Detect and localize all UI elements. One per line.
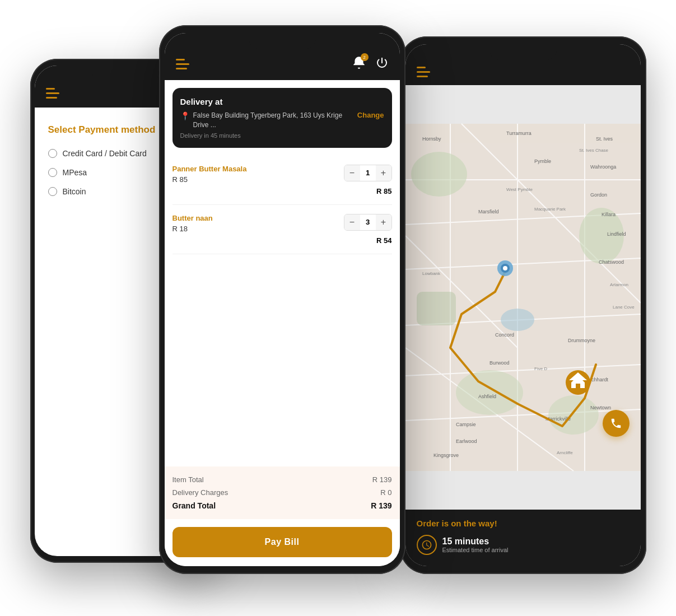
eta-time: 15 minutes bbox=[442, 536, 509, 547]
qty-control-1[interactable]: − 1 + bbox=[344, 165, 392, 181]
phones-container: Select Payment method Credit Card / Debi… bbox=[30, 14, 646, 602]
call-fab-button[interactable] bbox=[603, 410, 630, 437]
map-footer: Order is on the way! 15 minutes Estimate… bbox=[405, 510, 641, 566]
hamburger-line-1 bbox=[46, 88, 55, 90]
payment-label-bitcoin: Bitcoin bbox=[63, 187, 86, 196]
order-item-2-price: R 18 bbox=[173, 225, 213, 233]
svg-rect-54 bbox=[576, 384, 580, 388]
delivery-time: Delivery in 45 minutes bbox=[180, 132, 384, 139]
svg-text:Concord: Concord bbox=[495, 332, 514, 338]
qty-value-2: 3 bbox=[360, 214, 376, 230]
hamburger-line-2 bbox=[46, 92, 59, 94]
svg-text:Drummoyne: Drummoyne bbox=[568, 338, 595, 343]
svg-text:Macquarie Park: Macquarie Park bbox=[534, 207, 566, 212]
power-icon[interactable] bbox=[375, 56, 389, 72]
map-hamburger-line-2 bbox=[417, 71, 430, 73]
delivery-charges-value: R 0 bbox=[380, 488, 391, 497]
qty-value-1: 1 bbox=[360, 165, 376, 181]
svg-text:Killara: Killara bbox=[602, 212, 616, 217]
notch-right bbox=[489, 44, 557, 60]
clock-svg bbox=[421, 539, 432, 550]
svg-text:Wahroonga: Wahroonga bbox=[590, 164, 616, 170]
svg-text:Five D: Five D bbox=[534, 366, 547, 371]
delivery-address-left: 📍 False Bay Building Tygerberg Park, 163… bbox=[180, 111, 353, 130]
bill-delivery-row: Delivery Charges R 0 bbox=[173, 488, 392, 497]
order-item-1-price: R 85 bbox=[173, 175, 247, 184]
svg-text:Arncliffe: Arncliffe bbox=[557, 450, 573, 455]
qty-decrease-1[interactable]: − bbox=[344, 165, 360, 181]
order-item-2-row: Butter naan R 18 − 3 + bbox=[173, 214, 392, 233]
delivery-banner: Delivery at 📍 False Bay Building Tygerbe… bbox=[173, 88, 392, 148]
order-screen: 2 Delivery at 📍 False bbox=[165, 33, 400, 566]
map-screen: Hornsby Turramurra St. Ives St. Ives Cha… bbox=[405, 44, 641, 566]
notch-middle bbox=[249, 33, 316, 49]
item-total-label: Item Total bbox=[173, 475, 204, 484]
svg-text:Lindfield: Lindfield bbox=[607, 231, 626, 237]
bill-summary: Item Total R 139 Delivery Charges R 0 Gr… bbox=[165, 466, 400, 519]
svg-rect-17 bbox=[417, 292, 456, 325]
eta-info: 15 minutes Estimated time of arrival bbox=[442, 536, 509, 553]
eta-row: 15 minutes Estimated time of arrival bbox=[417, 535, 630, 555]
qty-decrease-2[interactable]: − bbox=[344, 214, 360, 230]
map-area: Hornsby Turramurra St. Ives St. Ives Cha… bbox=[405, 85, 641, 510]
map-hamburger-line-3 bbox=[417, 76, 428, 77]
svg-text:Newtown: Newtown bbox=[590, 405, 611, 410]
svg-text:West Pymble: West Pymble bbox=[506, 187, 533, 192]
delivery-charges-label: Delivery Charges bbox=[173, 488, 229, 497]
svg-text:St. Ives Chase: St. Ives Chase bbox=[579, 148, 609, 153]
svg-text:Campsie: Campsie bbox=[456, 422, 476, 427]
radio-bitcoin[interactable] bbox=[48, 187, 57, 196]
payment-label-mpesa: MPesa bbox=[63, 168, 87, 177]
svg-point-13 bbox=[411, 152, 467, 197]
notch-left bbox=[92, 66, 159, 81]
item-total-value: R 139 bbox=[372, 475, 392, 484]
svg-text:Earlwood: Earlwood bbox=[456, 438, 477, 444]
payment-label-card: Credit Card / Debit Card bbox=[63, 149, 147, 158]
svg-point-18 bbox=[501, 309, 534, 331]
order-item-1-row: Panner Butter Masala R 85 − 1 + bbox=[173, 165, 392, 184]
svg-text:Burwood: Burwood bbox=[489, 360, 510, 366]
svg-text:St. Ives: St. Ives bbox=[596, 136, 613, 142]
order-item-2: Butter naan R 18 − 3 + R 54 bbox=[173, 205, 392, 254]
order-items: Panner Butter Masala R 85 − 1 + R 85 bbox=[165, 156, 400, 466]
hamburger-icon[interactable] bbox=[46, 88, 59, 99]
order-item-1-name: Panner Butter Masala bbox=[173, 165, 247, 173]
map-hamburger-icon[interactable] bbox=[417, 67, 430, 77]
svg-text:Chatswood: Chatswood bbox=[599, 259, 624, 265]
mid-hamburger-line-1 bbox=[176, 59, 185, 60]
delivery-title: Delivery at bbox=[180, 97, 384, 106]
svg-point-16 bbox=[548, 395, 599, 435]
qty-increase-1[interactable]: + bbox=[376, 165, 391, 181]
svg-text:Gordon: Gordon bbox=[590, 192, 607, 198]
pay-bill-button[interactable]: Pay Bill bbox=[173, 527, 392, 557]
qty-control-2[interactable]: − 3 + bbox=[344, 214, 392, 231]
item-1-total: R 85 bbox=[173, 187, 392, 195]
svg-text:Lane Cove: Lane Cove bbox=[613, 305, 635, 310]
item-2-total: R 54 bbox=[173, 236, 392, 245]
eta-label: Estimated time of arrival bbox=[442, 547, 509, 553]
svg-text:Kingsgrove: Kingsgrove bbox=[433, 452, 459, 458]
order-item-2-name: Butter naan bbox=[173, 214, 213, 222]
mid-screen-content: Delivery at 📍 False Bay Building Tygerbe… bbox=[165, 80, 400, 566]
svg-point-50 bbox=[503, 266, 507, 270]
phone-order: 2 Delivery at 📍 False bbox=[159, 25, 405, 574]
notification-icon[interactable]: 2 bbox=[352, 55, 366, 72]
delivery-address-row: 📍 False Bay Building Tygerberg Park, 163… bbox=[180, 111, 384, 130]
grand-total-label: Grand Total bbox=[173, 501, 216, 510]
change-button[interactable]: Change bbox=[357, 111, 384, 119]
hamburger-line-3 bbox=[46, 97, 57, 99]
phone-map: Hornsby Turramurra St. Ives St. Ives Cha… bbox=[400, 36, 646, 574]
mid-hamburger-line-3 bbox=[176, 68, 187, 69]
order-item-1: Panner Butter Masala R 85 − 1 + R 85 bbox=[173, 156, 392, 205]
qty-increase-2[interactable]: + bbox=[376, 214, 391, 230]
svg-text:Marsfield: Marsfield bbox=[478, 209, 499, 214]
delivery-address-text: False Bay Building Tygerberg Park, 163 U… bbox=[193, 111, 353, 130]
bill-grand-total-row: Grand Total R 139 bbox=[173, 501, 392, 510]
mid-hamburger-icon[interactable] bbox=[176, 59, 189, 69]
svg-text:Hornsby: Hornsby bbox=[422, 136, 441, 142]
svg-point-15 bbox=[456, 370, 523, 415]
svg-text:Ashfield: Ashfield bbox=[478, 394, 496, 399]
svg-text:Lowbank: Lowbank bbox=[422, 271, 441, 276]
radio-mpesa[interactable] bbox=[48, 168, 57, 177]
radio-card[interactable] bbox=[48, 149, 57, 158]
